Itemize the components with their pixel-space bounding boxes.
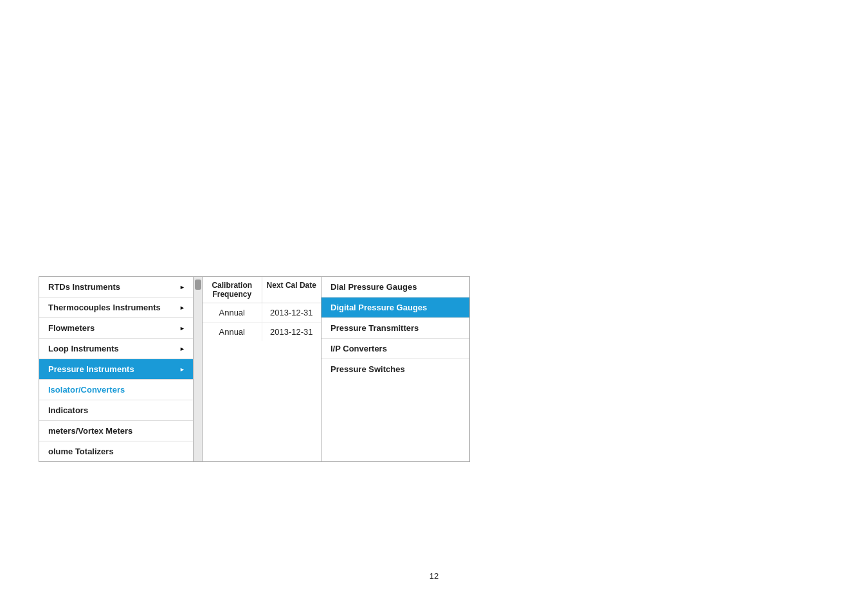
indicators-label: Indicators <box>48 405 88 415</box>
menu-item-indicators[interactable]: Indicators <box>39 400 193 421</box>
volume-label: olume Totalizers <box>48 447 114 456</box>
right-item-dial[interactable]: Dial Pressure Gauges <box>321 277 469 298</box>
isolator-label: Isolator/Converters <box>48 385 125 395</box>
menu-item-isolator[interactable]: Isolator/Converters <box>39 380 193 400</box>
cal-header-row: Calibration Frequency Next Cal Date <box>203 277 321 303</box>
menu-item-rtds[interactable]: RTDs Instruments ► <box>39 277 193 298</box>
cal-row2-date: 2013-12-31 <box>262 323 321 341</box>
flowmeters-arrow: ► <box>179 325 185 332</box>
rtds-arrow: ► <box>179 284 185 290</box>
switches-label: Pressure Switches <box>330 364 405 374</box>
right-item-transmitters[interactable]: Pressure Transmitters <box>321 318 469 339</box>
scroll-column <box>194 277 203 461</box>
menu-item-flowmeters[interactable]: Flowmeters ► <box>39 318 193 339</box>
right-item-ip[interactable]: I/P Converters <box>321 339 469 359</box>
calibration-column: Calibration Frequency Next Cal Date Annu… <box>203 277 321 461</box>
scroll-thumb <box>195 280 201 290</box>
cal-freq-header: Calibration Frequency <box>203 277 262 303</box>
transmitters-label: Pressure Transmitters <box>330 323 419 333</box>
cal-row1-date: 2013-12-31 <box>262 303 321 322</box>
right-item-switches[interactable]: Pressure Switches <box>321 359 469 379</box>
menu-wrapper: RTDs Instruments ► Thermocouples Instrum… <box>39 276 470 462</box>
cal-row2-freq: Annual <box>203 323 262 341</box>
pressure-label: Pressure Instruments <box>48 364 134 374</box>
rtds-label: RTDs Instruments <box>48 282 120 292</box>
page-number: 12 <box>429 571 439 581</box>
thermocouples-arrow: ► <box>179 305 185 311</box>
dial-label: Dial Pressure Gauges <box>330 282 417 292</box>
page-container: RTDs Instruments ► Thermocouples Instrum… <box>0 0 868 613</box>
menu-item-volume[interactable]: olume Totalizers <box>39 441 193 461</box>
cal-row-2: Annual 2013-12-31 <box>203 323 321 341</box>
meters-label: meters/Vortex Meters <box>48 426 132 436</box>
cal-date-header: Next Cal Date <box>262 277 321 303</box>
thermocouples-label: Thermocouples Instruments <box>48 303 161 312</box>
pressure-submenu-column: Dial Pressure Gauges Digital Pressure Ga… <box>321 277 469 461</box>
loop-label: Loop Instruments <box>48 344 119 353</box>
pressure-arrow: ► <box>179 366 185 373</box>
menu-item-thermocouples[interactable]: Thermocouples Instruments ► <box>39 298 193 318</box>
left-menu-column: RTDs Instruments ► Thermocouples Instrum… <box>39 277 194 461</box>
menu-item-loop[interactable]: Loop Instruments ► <box>39 339 193 359</box>
right-item-digital[interactable]: Digital Pressure Gauges <box>321 298 469 318</box>
cal-row-1: Annual 2013-12-31 <box>203 303 321 323</box>
menu-item-pressure[interactable]: Pressure Instruments ► <box>39 359 193 380</box>
ip-label: I/P Converters <box>330 344 387 353</box>
loop-arrow: ► <box>179 346 185 352</box>
flowmeters-label: Flowmeters <box>48 323 95 333</box>
cal-row1-freq: Annual <box>203 303 262 322</box>
menu-item-meters[interactable]: meters/Vortex Meters <box>39 421 193 441</box>
digital-label: Digital Pressure Gauges <box>330 303 427 312</box>
